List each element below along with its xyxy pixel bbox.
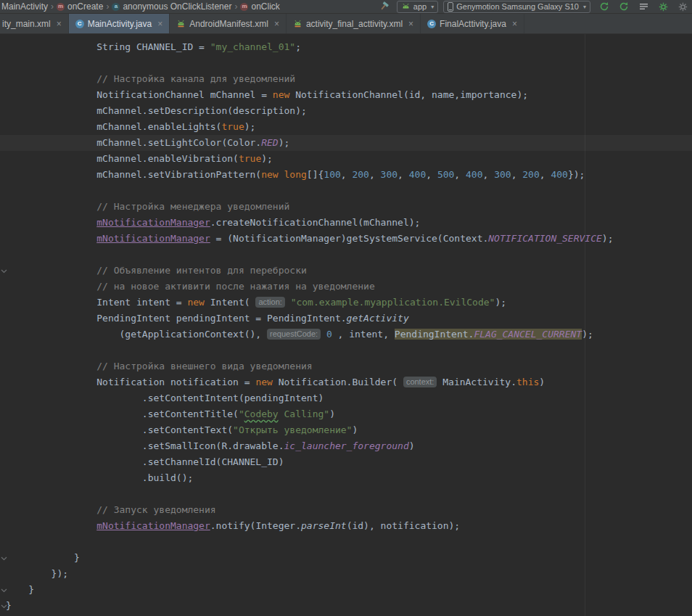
- code-token: 0: [326, 329, 332, 340]
- run-configuration-dropdown[interactable]: app ▾: [397, 1, 438, 13]
- code-line[interactable]: // Настройка внешнего вида уведомления: [0, 358, 692, 374]
- code-editor[interactable]: String CHANNEL_ID = "my_channel_01"; // …: [0, 34, 692, 616]
- code-token: .build();: [6, 472, 193, 483]
- code-token: });: [6, 568, 68, 579]
- close-tab-icon[interactable]: ×: [512, 20, 517, 28]
- code-line[interactable]: });: [0, 566, 692, 582]
- parameter-hint-badge: action:: [255, 297, 284, 308]
- device-label: Genymotion Samsung Galaxy S10: [456, 2, 579, 11]
- code-token: [6, 520, 96, 531]
- parameter-hint-badge: requestCode:: [267, 329, 321, 340]
- code-line[interactable]: NotificationChannel mChannel = new Notif…: [0, 87, 692, 103]
- code-token: parseInt: [301, 520, 347, 531]
- code-token: ): [329, 408, 335, 419]
- code-token: ;: [295, 41, 301, 52]
- code-token: Codeby: [244, 408, 279, 419]
- code-line[interactable]: // на новое активити после нажатия на ув…: [0, 279, 692, 295]
- phone-icon: [448, 2, 453, 12]
- code-line[interactable]: .setContentText("Открыть уведомление"): [0, 422, 692, 438]
- code-line[interactable]: Intent intent = new Intent( action: "com…: [0, 295, 692, 311]
- code-line[interactable]: mChannel.setLightColor(Color.RED);: [0, 135, 692, 151]
- code-token: ,: [398, 169, 409, 180]
- breadcrumb-item[interactable]: MainActivity: [1, 1, 48, 12]
- code-line[interactable]: mNotificationManager.createNotificationC…: [0, 215, 692, 231]
- code-line[interactable]: .setChannelId(CHANNEL_ID): [0, 454, 692, 470]
- close-tab-icon[interactable]: ×: [157, 20, 162, 28]
- code-token: new: [255, 377, 272, 387]
- code-token: ): [409, 440, 415, 451]
- code-token: ,: [483, 169, 495, 180]
- code-line[interactable]: [0, 486, 692, 502]
- editor-tab-3[interactable]: activity_final_acttivity.xml×: [287, 14, 421, 33]
- code-line[interactable]: [0, 183, 692, 199]
- apply-changes-icon[interactable]: [598, 1, 611, 12]
- attach-debugger-icon[interactable]: [676, 1, 689, 12]
- close-tab-icon[interactable]: ×: [274, 20, 279, 28]
- code-line[interactable]: mChannel.setVibrationPattern(new long[]{…: [0, 167, 692, 183]
- right-margin-guide: [585, 34, 585, 616]
- code-token: 200: [352, 169, 368, 180]
- code-token: );: [244, 121, 256, 132]
- code-line[interactable]: .setContentIntent(pendingIntent): [0, 390, 692, 406]
- close-tab-icon[interactable]: ×: [408, 20, 413, 28]
- fold-marker-icon[interactable]: [1, 269, 7, 274]
- build-hammer-icon[interactable]: [379, 1, 392, 12]
- code-line[interactable]: // Настройка канала для уведомлений: [0, 71, 692, 87]
- code-line[interactable]: mChannel.setDescription(description);: [0, 103, 692, 119]
- code-token: // Настройка менеджера уведомлений: [96, 201, 289, 212]
- code-token: ,: [369, 169, 381, 180]
- code-line[interactable]: [0, 534, 692, 550]
- editor-tab-4[interactable]: CFinalActtivity.java×: [421, 14, 524, 33]
- device-manager-icon[interactable]: [656, 1, 670, 12]
- code-line[interactable]: }: [0, 550, 692, 566]
- profiler-icon[interactable]: [637, 1, 650, 12]
- editor-tab-0[interactable]: ity_main.xml×: [0, 14, 69, 33]
- code-line[interactable]: }: [0, 598, 692, 614]
- code-line[interactable]: }: [0, 582, 692, 598]
- code-line[interactable]: mChannel.enableVibration(true);: [0, 151, 692, 167]
- code-line[interactable]: // Запуск уведомления: [0, 502, 692, 518]
- code-token: NotificationChannel mChannel =: [6, 89, 273, 100]
- device-dropdown[interactable]: Genymotion Samsung Galaxy S10 ▾: [443, 1, 590, 13]
- editor-tab-1[interactable]: CMainActivity.java×: [69, 14, 170, 33]
- code-line[interactable]: mNotificationManager.notify(Integer.pars…: [0, 518, 692, 534]
- code-line[interactable]: Notification notification = new Notifica…: [0, 374, 692, 390]
- editor-tab-2[interactable]: AndroidManifest.xml×: [170, 14, 287, 33]
- method-icon: m: [240, 3, 248, 11]
- code-token: [279, 169, 284, 180]
- code-line[interactable]: PendingIntent pendingIntent = PendingInt…: [0, 311, 692, 327]
- code-token: [6, 233, 96, 244]
- breadcrumb-item[interactable]: aanonymous OnClickListener: [112, 1, 231, 12]
- code-line[interactable]: [0, 247, 692, 263]
- code-line[interactable]: .setContentTitle("Codeby Calling"): [0, 406, 692, 422]
- code-line[interactable]: [0, 342, 692, 358]
- close-tab-icon[interactable]: ×: [57, 20, 62, 28]
- code-line[interactable]: [0, 55, 692, 71]
- fold-marker-icon[interactable]: [1, 588, 7, 593]
- chevron-down-icon: ▾: [583, 4, 586, 10]
- android-file-icon: [176, 19, 186, 28]
- fold-marker-icon[interactable]: [1, 557, 7, 561]
- fold-marker-icon[interactable]: [1, 604, 7, 609]
- code-line[interactable]: // Объявление интентов для переброски: [0, 263, 692, 279]
- code-token: NotificationChannel(id, name,importance)…: [289, 89, 528, 100]
- breadcrumb-item[interactable]: monClick: [240, 1, 279, 12]
- navigation-breadcrumb: MainActivity›monCreate›aanonymous OnClic…: [1, 1, 280, 12]
- code-token: );: [495, 297, 506, 308]
- android-file-icon: [293, 19, 302, 28]
- code-token: []{: [307, 169, 324, 180]
- code-token: true: [239, 153, 261, 164]
- editor-tabs: ity_main.xml×CMainActivity.java×AndroidM…: [0, 14, 692, 34]
- code-line[interactable]: .build();: [0, 470, 692, 486]
- code-line[interactable]: mChannel.enableLights(true);: [0, 119, 692, 135]
- code-token: }: [6, 552, 80, 563]
- code-line[interactable]: (getApplicationContext(), requestCode: 0…: [0, 327, 692, 342]
- code-token: .setSmallIcon(R.drawable.: [6, 440, 284, 451]
- code-line[interactable]: .setSmallIcon(R.drawable.ic_launcher_for…: [0, 438, 692, 454]
- code-line[interactable]: // Настройка менеджера уведомлений: [0, 199, 692, 215]
- code-line[interactable]: String CHANNEL_ID = "my_channel_01";: [0, 39, 692, 55]
- apply-code-changes-icon[interactable]: [617, 1, 630, 12]
- code-token: long: [284, 169, 307, 180]
- code-line[interactable]: mNotificationManager = (NotificationMana…: [0, 231, 692, 247]
- breadcrumb-item[interactable]: monCreate: [57, 1, 103, 12]
